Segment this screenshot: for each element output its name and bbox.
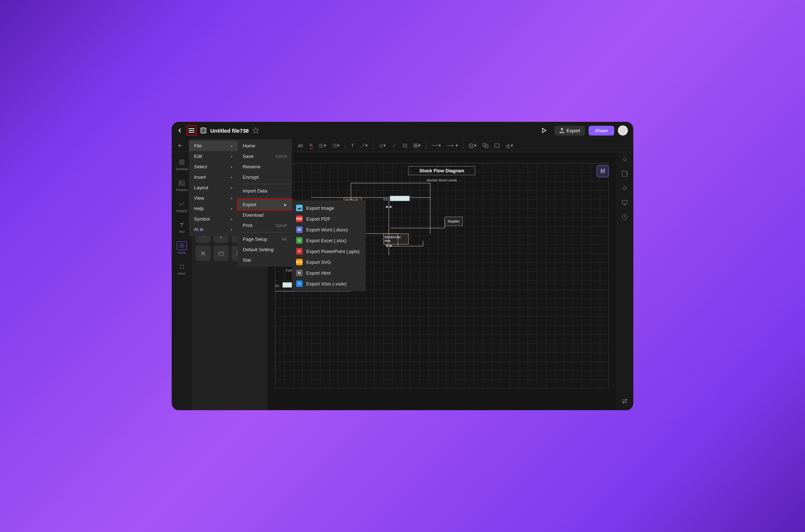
diagram-node-supplier[interactable]: Supplier <box>445 217 463 226</box>
file-menu-download[interactable]: Download <box>238 210 292 220</box>
svg-point-50 <box>625 399 627 400</box>
export-format-icon: H <box>296 270 303 276</box>
svg-point-19 <box>180 265 181 266</box>
text-color-button[interactable]: A <box>307 141 315 150</box>
justify-button[interactable] <box>400 142 410 149</box>
file-menu-print[interactable]: PrintCtrl+P <box>238 220 292 231</box>
export-option-export-html[interactable]: HExport Html <box>292 267 366 278</box>
icon-cell[interactable] <box>195 246 211 261</box>
share-button[interactable]: Share <box>589 126 614 136</box>
hamburger-menu-button[interactable] <box>186 125 197 136</box>
menu-item-insert[interactable]: Insert▸ <box>189 172 238 182</box>
file-menu-page-setup[interactable]: Page SetupF6 <box>238 234 292 244</box>
save-icon[interactable] <box>200 127 207 134</box>
svg-point-3 <box>333 144 333 145</box>
svg-rect-48 <box>622 200 627 204</box>
menu-item-select[interactable]: Select▸ <box>189 161 238 172</box>
strikethrough-button[interactable]: ab <box>296 141 305 150</box>
file-menu-star[interactable]: Star <box>238 255 292 265</box>
export-option-export-pdf[interactable]: PDFExport PDF <box>292 213 366 224</box>
menu-item-help[interactable]: Help▸ <box>189 203 238 214</box>
play-button[interactable] <box>537 125 551 136</box>
svg-point-4 <box>333 145 333 146</box>
connector-button[interactable]: ▾ <box>358 141 370 150</box>
file-menu-home[interactable]: Home <box>238 141 292 151</box>
file-menu-rename[interactable]: Rename <box>238 161 292 172</box>
diagram-label-monitor: Monitor Stock Levels <box>427 178 457 182</box>
lock-button[interactable]: ▾ <box>503 141 515 150</box>
pictures-icon <box>177 179 187 187</box>
export-option-export-image[interactable]: 📷Export Image <box>292 203 366 213</box>
icon-cell[interactable] <box>214 246 229 261</box>
menu-item-symbol[interactable]: Symbol▸ <box>189 214 238 224</box>
file-menu-encrypt[interactable]: Encrypt <box>238 172 292 182</box>
export-option-export-word-docx-[interactable]: WExport Word (.docx) <box>292 224 366 235</box>
sidebar-item-more[interactable]: More <box>172 260 192 278</box>
diagram-node-stockorder[interactable]: StockOrder new <box>383 234 409 244</box>
export-format-icon: V <box>296 280 303 287</box>
settings-panel-icon[interactable] <box>621 398 628 405</box>
present-panel-icon[interactable] <box>621 199 628 206</box>
sidebar-label: Graphs <box>176 209 187 213</box>
sidebar-item-icons[interactable]: Icons <box>172 239 192 257</box>
export-format-icon: 📷 <box>296 205 303 211</box>
undo-button[interactable] <box>176 142 186 150</box>
text-tool-button[interactable]: T <box>348 141 357 150</box>
icons-icon <box>177 241 187 250</box>
export-option-export-visio-vsdx-[interactable]: VExport Visio (.vsdx) <box>292 278 366 289</box>
export-option-export-powerpoint-pptx-[interactable]: PExport PowerPoint (.pptx) <box>292 246 366 257</box>
export-option-export-excel-xlsx-[interactable]: XExport Excel (.xlsx) <box>292 235 366 246</box>
fill-button[interactable]: ▾ <box>376 141 388 150</box>
arrow-style-button[interactable]: ▾ <box>445 141 460 150</box>
svg-rect-15 <box>179 181 184 185</box>
export-format-icon: SVG <box>296 259 303 265</box>
export-panel-icon[interactable] <box>621 170 628 177</box>
shape-panel-icon[interactable] <box>621 185 628 192</box>
align-button[interactable]: ▾ <box>317 141 329 150</box>
sidebar-label: Pictures <box>176 188 188 192</box>
favorite-star-icon[interactable] <box>252 127 259 134</box>
svg-rect-9 <box>416 146 418 148</box>
svg-point-18 <box>181 245 182 247</box>
back-button[interactable] <box>177 128 183 133</box>
sidebar-label: Symbols <box>176 167 188 171</box>
menu-item-edit[interactable]: Edit▸ <box>189 151 238 161</box>
user-avatar[interactable] <box>618 125 628 136</box>
file-menu-import-data[interactable]: Import Data <box>238 186 292 196</box>
export-format-icon: P <box>296 248 303 254</box>
svg-point-51 <box>623 402 624 403</box>
group-button[interactable] <box>480 142 491 150</box>
file-menu-export[interactable]: Export▸ <box>237 199 292 210</box>
menu-item-view[interactable]: View▸ <box>189 193 238 203</box>
distribute-button[interactable] <box>492 142 502 150</box>
menu-item-ai[interactable]: AI M▸ <box>189 224 238 235</box>
brand-logo-icon[interactable]: M <box>597 165 609 177</box>
layers-button[interactable]: ▾ <box>466 141 479 150</box>
menu-item-layout[interactable]: Layout▸ <box>189 182 238 193</box>
export-button[interactable]: Export <box>554 126 585 136</box>
history-panel-icon[interactable] <box>621 213 628 221</box>
svg-rect-7 <box>416 143 418 145</box>
diagram-node-d2box[interactable] <box>390 196 410 201</box>
fill-panel-icon[interactable] <box>621 156 628 163</box>
main-menu-dropdown: File▸Edit▸Select▸Insert▸Layout▸View▸Help… <box>189 139 238 236</box>
menu-item-file[interactable]: File▸ <box>189 141 238 151</box>
export-format-icon: X <box>296 237 303 244</box>
file-menu-save[interactable]: SaveCtrl+S <box>238 151 292 161</box>
svg-rect-6 <box>413 143 415 145</box>
grid-button[interactable]: ▾ <box>411 141 423 150</box>
svg-point-20 <box>183 265 184 266</box>
list-button[interactable]: ▾ <box>330 141 342 150</box>
right-sidebar <box>616 152 633 410</box>
brush-button[interactable] <box>390 142 399 150</box>
document-title[interactable]: Untitled file738 <box>210 128 249 134</box>
file-menu-default-setting[interactable]: Default Setting <box>238 244 292 255</box>
line-style-button[interactable]: ▾ <box>429 141 443 150</box>
svg-rect-8 <box>413 146 415 148</box>
export-option-export-svg[interactable]: SVGExport SVG <box>292 257 366 267</box>
export-submenu: 📷Export ImagePDFExport PDFWExport Word (… <box>292 200 366 291</box>
file-submenu: HomeSaveCtrl+SRenameEncryptImport DataEx… <box>238 139 292 267</box>
graphs-icon <box>177 200 187 208</box>
text-icon <box>177 221 187 229</box>
symbols-icon <box>177 158 187 167</box>
